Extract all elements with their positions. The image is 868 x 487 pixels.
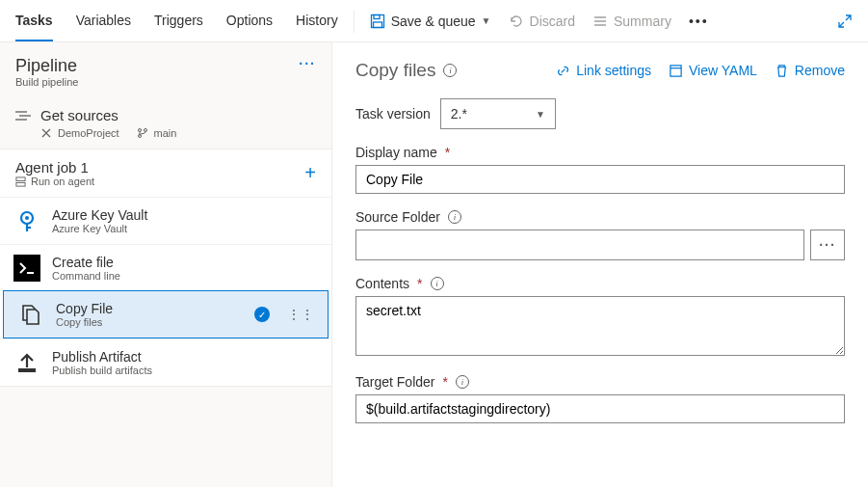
link-icon — [556, 64, 570, 78]
summary-button: Summary — [592, 14, 671, 29]
task-create-file[interactable]: Create fileCommand line — [0, 244, 331, 291]
tab-options[interactable]: Options — [226, 0, 273, 41]
keyvault-icon — [13, 207, 40, 234]
svg-point-17 — [25, 216, 29, 220]
task-copy-file[interactable]: Copy FileCopy files ✓ ⋮⋮ — [3, 290, 329, 338]
required-icon: * — [442, 374, 447, 390]
info-icon[interactable]: i — [448, 210, 461, 224]
drag-handle-icon[interactable]: ⋮⋮ — [287, 312, 314, 316]
svg-rect-1 — [374, 14, 380, 18]
undo-icon — [509, 14, 524, 29]
svg-point-9 — [138, 129, 141, 132]
save-icon — [370, 14, 385, 29]
agent-job-header[interactable]: Agent job 1 Run on agent + — [0, 149, 331, 197]
target-folder-label: Target Folder — [355, 374, 434, 390]
job-title: Agent job 1 — [15, 159, 94, 176]
view-yaml-button[interactable]: View YAML — [669, 63, 757, 78]
pipeline-more-button[interactable]: ··· — [299, 56, 316, 71]
task-subtitle: Publish build artifacts — [52, 365, 152, 376]
source-folder-input[interactable] — [355, 230, 804, 260]
contents-input[interactable] — [355, 296, 845, 356]
info-icon[interactable]: i — [456, 375, 469, 389]
tab-variables[interactable]: Variables — [76, 0, 131, 41]
info-icon[interactable]: i — [431, 277, 444, 290]
source-folder-label: Source Folder — [355, 209, 440, 225]
discard-button: Discard — [509, 14, 575, 29]
target-folder-input[interactable] — [355, 394, 845, 423]
chevron-down-icon: ▼ — [482, 15, 491, 26]
branch-name: main — [154, 127, 177, 139]
save-label: Save & queue — [391, 14, 476, 29]
save-and-queue-button[interactable]: Save & queue ▼ — [370, 14, 491, 29]
task-version-select[interactable]: 2.*▼ — [440, 98, 556, 129]
yaml-icon — [669, 64, 683, 78]
terminal-icon — [13, 255, 40, 282]
job-subtitle: Run on agent — [31, 176, 94, 187]
svg-rect-2 — [373, 22, 381, 28]
upload-icon — [13, 349, 40, 376]
info-icon[interactable]: i — [443, 64, 457, 77]
sources-icon — [15, 110, 31, 122]
chevron-down-icon: ▼ — [536, 109, 545, 120]
task-subtitle: Azure Key Vault — [52, 223, 147, 234]
add-task-button[interactable]: + — [304, 162, 316, 184]
svg-point-10 — [144, 129, 146, 132]
selected-check-icon: ✓ — [254, 307, 270, 322]
display-name-input[interactable] — [355, 165, 845, 194]
tab-history[interactable]: History — [296, 0, 338, 41]
task-subtitle: Copy files — [56, 316, 113, 328]
repo-name: DemoProject — [58, 127, 119, 139]
discard-label: Discard — [530, 14, 575, 29]
repo-icon — [40, 127, 52, 139]
list-icon — [592, 14, 608, 29]
trash-icon — [775, 64, 789, 78]
task-publish-artifact[interactable]: Publish ArtifactPublish build artifacts — [0, 338, 331, 386]
svg-rect-20 — [671, 65, 681, 75]
pipeline-subtitle: Build pipeline — [15, 76, 78, 88]
task-title: Azure Key Vault — [52, 207, 147, 223]
task-title: Copy File — [56, 301, 113, 316]
task-version-label: Task version — [355, 106, 431, 122]
copy-icon — [17, 301, 44, 328]
contents-label: Contents — [355, 276, 409, 291]
task-azure-key-vault[interactable]: Azure Key VaultAzure Key Vault — [0, 197, 331, 244]
pipeline-title: Pipeline — [15, 56, 78, 76]
task-title: Publish Artifact — [52, 349, 152, 365]
required-icon: * — [417, 276, 422, 291]
panel-title: Copy filesi — [355, 60, 457, 81]
server-icon — [15, 176, 26, 187]
display-name-label: Display name — [355, 145, 437, 160]
svg-rect-12 — [16, 176, 25, 180]
expand-icon[interactable] — [837, 14, 853, 29]
divider — [354, 10, 355, 33]
remove-button[interactable]: Remove — [775, 63, 845, 78]
pipeline-header[interactable]: Pipeline Build pipeline ··· — [0, 42, 331, 97]
tab-tasks[interactable]: Tasks — [15, 0, 53, 41]
task-title: Create file — [52, 255, 120, 270]
branch-icon — [137, 127, 148, 139]
get-sources[interactable]: Get sources DemoProject main — [0, 97, 331, 149]
summary-label: Summary — [614, 14, 671, 29]
svg-rect-19 — [18, 368, 36, 372]
task-subtitle: Command line — [52, 270, 120, 282]
link-settings-button[interactable]: Link settings — [556, 63, 651, 78]
required-icon: * — [445, 145, 450, 160]
browse-button[interactable]: ··· — [810, 230, 845, 260]
get-sources-label: Get sources — [40, 107, 118, 123]
more-actions-button[interactable]: ••• — [689, 14, 709, 29]
svg-rect-13 — [16, 182, 25, 186]
tab-triggers[interactable]: Triggers — [154, 0, 203, 41]
